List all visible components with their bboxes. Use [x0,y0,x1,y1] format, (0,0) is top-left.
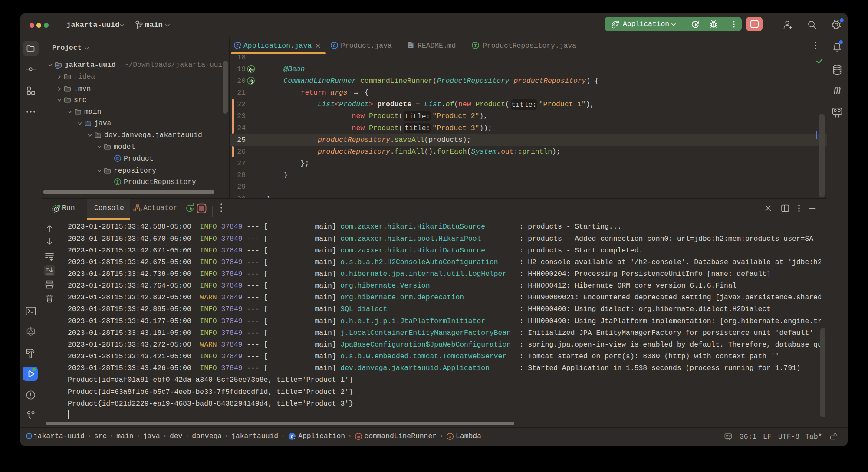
svg-text:C: C [333,43,336,49]
svg-text:m: m [357,435,360,439]
svg-text:C: C [116,156,119,161]
svg-text:m: m [834,84,841,97]
svg-text:MD: MD [409,45,413,48]
svg-text:I: I [116,180,119,185]
svg-text:λ: λ [449,435,451,439]
svg-text:I: I [474,43,477,49]
